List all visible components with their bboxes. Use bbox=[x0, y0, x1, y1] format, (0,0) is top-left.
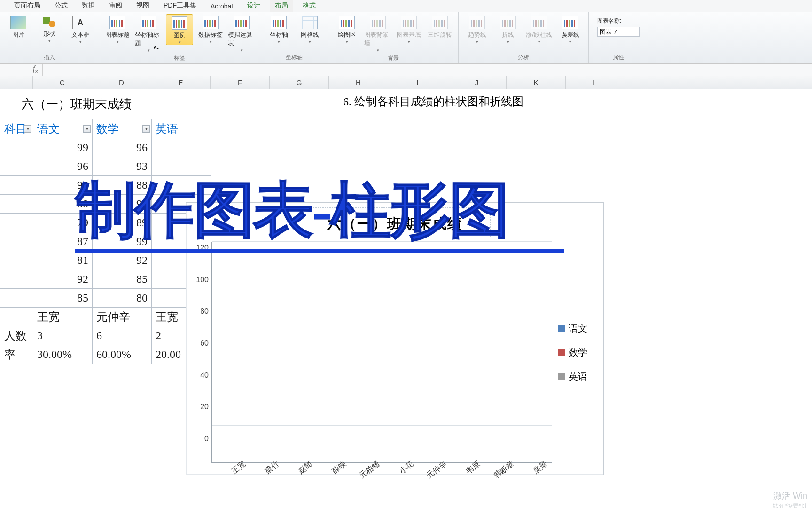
group-label-bg: 背景 bbox=[333, 53, 453, 64]
chart-wall-icon bbox=[370, 16, 386, 29]
btn-gridlines[interactable]: 网格线▾ bbox=[296, 14, 323, 44]
hdr-subject[interactable]: 科目▾ bbox=[0, 119, 33, 138]
chart-floor-icon bbox=[401, 16, 417, 29]
formula-bar: fx bbox=[0, 64, 812, 76]
updown-icon bbox=[531, 16, 547, 29]
btn-plot-area[interactable]: 绘图区▾ bbox=[333, 14, 360, 44]
legend-item[interactable]: 英语 bbox=[558, 370, 599, 383]
tab-pdf[interactable]: PDF工具集 bbox=[159, 0, 201, 12]
menu-tabs: 页面布局 公式 数据 审阅 视图 PDF工具集 Acrobat 设计 布局 格式 bbox=[0, 0, 812, 12]
name-box[interactable] bbox=[0, 64, 28, 76]
chart-title-icon bbox=[109, 16, 125, 29]
watermark-sub: 转到"设置"以 bbox=[773, 502, 807, 508]
btn-chart-title[interactable]: 图表标题▾ bbox=[104, 14, 131, 44]
column-headers: C D E F G H I J K L bbox=[0, 76, 812, 89]
btn-lines: 折线▾ bbox=[494, 14, 522, 44]
plot-area-icon bbox=[339, 16, 355, 29]
tab-format[interactable]: 格式 bbox=[298, 0, 320, 12]
ribbon-group-analysis: 趋势线▾ 折线▾ 涨/跌柱线▾ 误差线▾ 分析 bbox=[459, 12, 589, 64]
axis-title-icon bbox=[141, 16, 156, 29]
lines-icon bbox=[500, 16, 516, 29]
col-l[interactable]: L bbox=[566, 76, 625, 89]
ribbon-group-bg: 绘图区▾ 图表背景墙▾ 图表基底▾ 三维旋转 背景 bbox=[328, 12, 459, 64]
btn-chart-floor: 图表基底▾ bbox=[395, 14, 422, 44]
btn-updown: 涨/跌柱线▾ bbox=[525, 14, 553, 44]
plot-area[interactable] bbox=[211, 242, 552, 463]
textbox-icon: A bbox=[72, 16, 88, 29]
hdr-cn[interactable]: 语文▾ bbox=[33, 119, 93, 138]
y-axis: 120100806040200 bbox=[193, 242, 211, 463]
task-text: 6. 绘制各科目成绩的柱状图和折线图 bbox=[343, 94, 523, 109]
group-label-insert: 插入 bbox=[5, 52, 94, 64]
chevron-down-icon: ▾ bbox=[79, 40, 82, 44]
filter-arrow-icon[interactable]: ▾ bbox=[83, 125, 91, 133]
tab-review[interactable]: 审阅 bbox=[104, 0, 127, 12]
legend-swatch bbox=[558, 373, 565, 380]
col-e[interactable]: E bbox=[151, 76, 211, 89]
table-row[interactable]: 8192 bbox=[0, 251, 211, 270]
legend-item[interactable]: 语文 bbox=[558, 322, 599, 335]
ribbon-group-labels: 图表标题▾ 坐标轴标题▾ 图例▾ 数据标签▾ 模拟运算表▾ 标签 bbox=[99, 12, 260, 64]
group-label-axes: 坐标轴 bbox=[265, 52, 323, 64]
chevron-down-icon: ▾ bbox=[48, 39, 51, 43]
tab-acrobat[interactable]: Acrobat bbox=[206, 0, 238, 12]
col-d[interactable]: D bbox=[92, 76, 151, 89]
hdr-math[interactable]: 数学▾ bbox=[93, 119, 152, 138]
col-i[interactable]: I bbox=[388, 76, 447, 89]
btn-data-table[interactable]: 模拟运算表▾ bbox=[228, 14, 255, 53]
table-row[interactable]: 9996 bbox=[0, 138, 211, 157]
col-c[interactable]: C bbox=[33, 76, 92, 89]
tab-data[interactable]: 数据 bbox=[77, 0, 100, 12]
x-axis-labels: 王宽梁竹赵简薛映元柏鳍小花元仲辛韦原韩断章裴景 bbox=[211, 459, 547, 469]
btn-picture[interactable]: 图片 bbox=[5, 14, 32, 39]
tab-layout[interactable]: 布局 bbox=[270, 0, 293, 12]
chart-legend[interactable]: 语文数学英语 bbox=[552, 242, 599, 463]
col-g[interactable]: G bbox=[270, 76, 329, 89]
fx-icon[interactable]: fx bbox=[28, 64, 42, 75]
col-f[interactable]: F bbox=[211, 76, 270, 89]
rotate-3d-icon bbox=[432, 16, 448, 29]
filter-arrow-icon[interactable]: ▾ bbox=[24, 125, 31, 133]
axes-icon bbox=[271, 16, 287, 29]
chart-name-label: 图表名称: bbox=[597, 17, 640, 25]
btn-legend[interactable]: 图例▾ bbox=[166, 14, 193, 45]
tab-pagelayout[interactable]: 页面布局 bbox=[9, 0, 45, 12]
gridlines-icon bbox=[302, 16, 318, 29]
video-overlay-underline bbox=[75, 249, 564, 253]
table-row[interactable]: 8580 bbox=[0, 289, 211, 308]
tab-view[interactable]: 视图 bbox=[132, 0, 154, 12]
group-label-analysis: 分析 bbox=[463, 52, 584, 64]
btn-textbox[interactable]: A文本框▾ bbox=[67, 14, 94, 44]
col-k[interactable]: K bbox=[507, 76, 566, 89]
ribbon-group-prop: 图表名称: 属性 bbox=[589, 12, 648, 64]
table-row[interactable]: 9285 bbox=[0, 270, 211, 289]
col-j[interactable]: J bbox=[447, 76, 507, 89]
hdr-en[interactable]: 英语 bbox=[152, 119, 211, 138]
data-table-icon bbox=[234, 16, 250, 29]
btn-data-labels[interactable]: 数据标签▾ bbox=[197, 14, 224, 44]
legend-icon bbox=[172, 16, 187, 30]
data-label-icon bbox=[203, 16, 219, 29]
chart-name-input[interactable] bbox=[597, 27, 640, 37]
tab-design[interactable]: 设计 bbox=[242, 0, 265, 12]
legend-swatch bbox=[558, 325, 565, 332]
ribbon-group-insert: 图片 形状▾ A文本框▾ 插入 bbox=[0, 12, 99, 64]
legend-item[interactable]: 数学 bbox=[558, 346, 599, 359]
btn-error-bars[interactable]: 误差线▾ bbox=[556, 14, 584, 44]
picture-icon bbox=[10, 16, 26, 29]
trendline-icon bbox=[469, 16, 485, 29]
col-h[interactable]: H bbox=[329, 76, 388, 89]
filter-arrow-icon[interactable]: ▾ bbox=[142, 125, 150, 133]
btn-shapes[interactable]: 形状▾ bbox=[36, 14, 63, 43]
legend-swatch bbox=[558, 349, 565, 356]
shapes-icon bbox=[42, 16, 56, 28]
error-bars-icon bbox=[562, 16, 578, 29]
group-label-labels: 标签 bbox=[104, 53, 255, 64]
formula-input[interactable] bbox=[42, 64, 812, 76]
video-overlay-text: 制作图表-柱形图 bbox=[75, 169, 508, 252]
ribbon: 图片 形状▾ A文本框▾ 插入 图表标题▾ 坐标轴标题▾ 图例▾ 数据标签▾ 模… bbox=[0, 12, 812, 64]
tab-formula[interactable]: 公式 bbox=[50, 0, 72, 12]
btn-axes[interactable]: 坐标轴▾ bbox=[265, 14, 292, 44]
btn-chart-wall: 图表背景墙▾ bbox=[364, 14, 391, 53]
col-b[interactable] bbox=[0, 76, 33, 89]
